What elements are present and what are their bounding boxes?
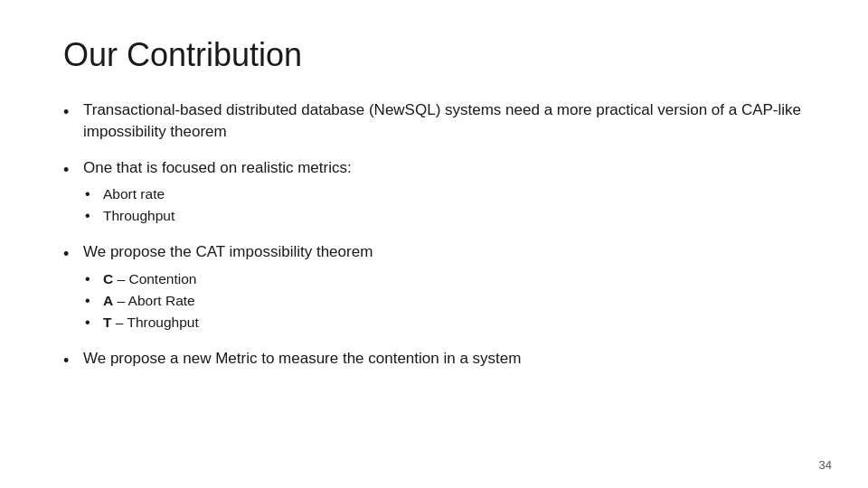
bullet-dot-4: • [63, 350, 83, 372]
sub-bullet-dot-5: • [85, 312, 103, 333]
page-number: 34 [819, 458, 832, 472]
sub-bullet-dot-1: • [85, 183, 103, 205]
sub-bullets-3: • C – Contention • A – Abort Rate • [85, 268, 805, 333]
cat-a-rest: – Abort Rate [113, 293, 194, 308]
slide: Our Contribution • Transactional-based d… [0, 0, 868, 488]
slide-title: Our Contribution [63, 36, 805, 74]
sub-bullet-text-t: T – Throughput [103, 312, 805, 333]
sub-bullets-2: • Abort rate • Throughput [85, 183, 805, 227]
bullet-text-2: One that is focused on realistic metrics… [83, 157, 805, 228]
cat-a-bold: A [103, 293, 113, 308]
cat-t-rest: – Throughput [111, 314, 198, 330]
bullet-item-1: • Transactional-based distributed databa… [63, 99, 805, 143]
cat-c-rest: – Contention [113, 271, 196, 286]
bullet-dot-2: • [63, 159, 83, 182]
bullet-dot-1: • [63, 101, 83, 124]
sub-bullet-abort-rate: • Abort rate [85, 183, 805, 205]
sub-bullet-text-abort-rate: Abort rate [103, 183, 805, 204]
sub-bullet-dot-2: • [85, 205, 103, 227]
sub-bullet-throughput-1: • Throughput [85, 205, 805, 227]
sub-bullet-abort-rate-2: • A – Abort Rate [85, 290, 805, 312]
bullet-item-3: • We propose the CAT impossibility theor… [63, 241, 805, 333]
sub-bullet-dot-3: • [85, 268, 103, 290]
cat-c-bold: C [103, 271, 113, 286]
bullet-text-4: We propose a new Metric to measure the c… [83, 348, 805, 370]
sub-bullet-text-throughput-1: Throughput [103, 205, 805, 226]
bullet-text-3: We propose the CAT impossibility theorem… [83, 241, 805, 333]
sub-bullet-dot-4: • [85, 290, 103, 312]
bullet-item-2: • One that is focused on realistic metri… [63, 157, 805, 228]
content-area: • Transactional-based distributed databa… [63, 99, 805, 387]
sub-bullet-text-c: C – Contention [103, 268, 805, 289]
bullet-item-4: • We propose a new Metric to measure the… [63, 348, 805, 372]
bullet-dot-3: • [63, 243, 83, 266]
sub-bullet-contention: • C – Contention [85, 268, 805, 290]
sub-bullet-text-a: A – Abort Rate [103, 290, 805, 311]
bullet-text-1: Transactional-based distributed database… [83, 99, 805, 143]
sub-bullet-throughput-2: • T – Throughput [85, 312, 805, 333]
